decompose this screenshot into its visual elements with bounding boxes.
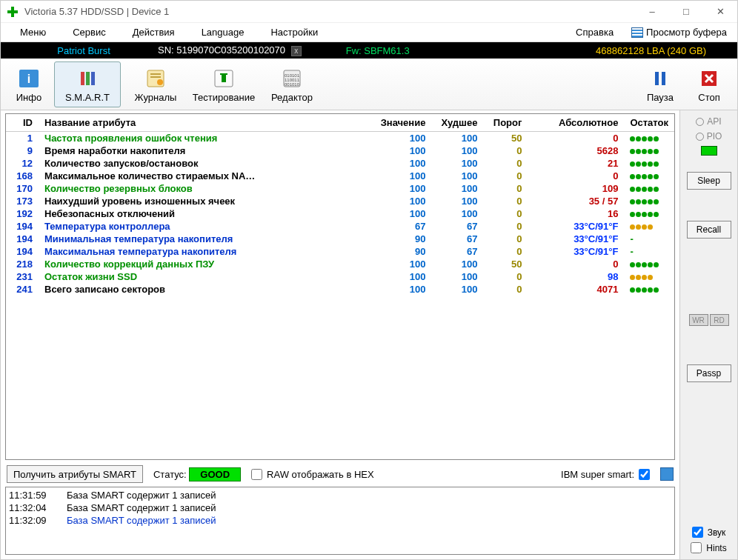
menu-item[interactable]: Действия [119,24,188,41]
pio-radio[interactable]: PIO [696,131,722,141]
sound-checkbox[interactable]: Звук [692,527,726,538]
table-row[interactable]: 173Наихудший уровень изношенных ячеек100… [6,195,674,207]
minimize-button[interactable]: – [635,1,669,23]
rd-button[interactable]: RD [710,314,729,326]
lba-capacity: 468862128 LBA (240 GB) [596,45,706,56]
ibm-checkbox[interactable]: IBM super smart: [561,469,650,480]
svg-rect-1 [7,10,18,13]
menu-item[interactable]: Сервис [59,24,119,41]
table-row[interactable]: 231Остаток жизни SSD100100098 [6,270,674,283]
menu-item[interactable]: Настройки [257,24,331,41]
close-button[interactable]: ✕ [703,1,737,23]
status-badge: GOOD [189,467,241,481]
tab-journals[interactable]: Журналы [122,61,189,107]
svg-rect-6 [91,72,95,85]
svg-rect-13 [220,73,227,75]
journals-icon [142,67,170,90]
table-row[interactable]: 218Количество коррекций данных ПЗУ100100… [6,258,674,270]
svg-text:i: i [27,73,30,85]
svg-text:001010: 001010 [285,82,300,87]
log-line: 11:32:04База SMART содержит 1 записей [9,501,671,514]
svg-rect-18 [655,72,659,85]
col-name[interactable]: Название атрибута [39,114,375,132]
view-buffer-button[interactable]: Просмотр буфера [627,27,731,38]
menubar: Меню Сервис Действия Language Настройки … [1,23,737,42]
device-infostrip: Patriot Burst SN: 5199070C035200102070 x… [1,42,737,59]
ibm-color-button[interactable] [660,467,674,481]
passp-button[interactable]: Passp [687,364,731,382]
device-name: Patriot Burst [10,45,158,56]
menu-item[interactable]: Меню [7,24,59,41]
buffer-icon [631,27,643,38]
tab-smart[interactable]: S.M.A.R.T [54,61,121,107]
window-title: Victoria 5.37 HDD/SSD | Device 1 [24,6,635,17]
get-smart-button[interactable]: Получить атрибуты SMART [7,465,143,483]
firmware: Fw: SBFM61.3 [346,45,410,56]
maximize-button[interactable]: □ [669,1,703,23]
svg-rect-19 [662,72,665,85]
activity-led [701,146,717,156]
stop-icon [695,67,723,90]
api-radio[interactable]: API [696,116,721,127]
smart-table-container[interactable]: ID Название атрибута Значение Худшее Пор… [5,113,675,460]
col-worst[interactable]: Худшее [431,114,483,132]
info-icon: i [15,67,43,90]
testing-icon [210,67,238,90]
editor-icon: 010101110011001010 [278,67,306,90]
tab-info[interactable]: i Инфо [5,61,53,107]
pause-icon [646,67,674,90]
table-row[interactable]: 192Небезопасных отключений100100016 [6,207,674,220]
table-row[interactable]: 194Минимальная температура накопителя906… [6,233,674,245]
svg-rect-8 [150,73,161,75]
table-row[interactable]: 170Количество резервных блоков1001000109 [6,182,674,195]
log-line: 11:31:59База SMART содержит 1 записей [9,489,671,501]
table-row[interactable]: 168Максимальное количество стираемых NA…… [6,170,674,182]
pause-button[interactable]: Пауза [636,61,684,107]
app-icon [7,6,19,18]
wr-button[interactable]: WR [689,314,708,326]
col-thresh[interactable]: Порог [483,114,528,132]
smart-icon [73,67,102,90]
table-row[interactable]: 1Частота проявления ошибок чтения1001005… [6,132,674,145]
col-remain[interactable]: Остаток [624,114,674,132]
status-block: Статус: GOOD [153,467,241,481]
sleep-button[interactable]: Sleep [687,172,731,190]
toolbar: i Инфо S.M.A.R.T Журналы Тестирование 01… [1,59,737,110]
serial-number: SN: 5199070C035200102070 x [158,44,302,56]
menu-item[interactable]: Language [188,24,258,41]
smart-controls: Получить атрибуты SMART Статус: GOOD RAW… [5,463,675,485]
menu-item[interactable]: Справка [562,24,627,41]
smart-table: ID Название атрибута Значение Худшее Пор… [6,114,674,296]
log-line: 11:32:09База SMART содержит 1 записей [9,514,671,527]
tab-editor[interactable]: 010101110011001010 Редактор [259,61,325,107]
hints-checkbox[interactable]: Hints [691,542,726,553]
recall-button[interactable]: Recall [687,221,731,239]
table-row[interactable]: 9Время наработки накопителя10010005628 [6,144,674,157]
sn-close-icon[interactable]: x [291,46,302,56]
svg-rect-5 [86,72,90,85]
table-row[interactable]: 241Всего записано секторов10010004071 [6,283,674,296]
svg-point-10 [157,79,163,85]
stop-button[interactable]: Стоп [685,61,733,107]
col-value[interactable]: Значение [375,114,432,132]
col-abs[interactable]: Абсолютное [528,114,624,132]
log-area[interactable]: 11:31:59База SMART содержит 1 записей11:… [5,487,675,555]
tab-testing[interactable]: Тестирование [190,61,257,107]
table-row[interactable]: 194Температура контроллера6767033°C/91°F [6,220,674,233]
view-buffer-label: Просмотр буфера [646,27,727,38]
side-panel: API PIO Sleep Recall WR RD Passp Звук Hi… [679,110,737,559]
table-row[interactable]: 12Количество запусков/остановок100100021 [6,157,674,170]
titlebar: Victoria 5.37 HDD/SSD | Device 1 – □ ✕ [1,1,737,23]
wr-rd-buttons: WR RD [689,314,729,326]
svg-rect-12 [222,75,226,82]
svg-rect-4 [81,72,84,85]
svg-rect-9 [150,76,161,78]
table-row[interactable]: 194Максимальная температура накопителя90… [6,245,674,258]
col-id[interactable]: ID [6,114,39,132]
raw-hex-checkbox[interactable]: RAW отображать в HEX [251,469,374,480]
